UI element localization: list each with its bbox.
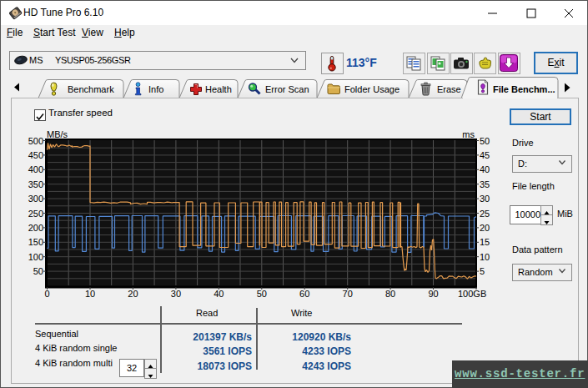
svg-text:90: 90	[428, 289, 438, 299]
svg-text:70: 70	[343, 289, 353, 299]
svg-text:15: 15	[480, 237, 490, 247]
svg-text:0: 0	[44, 289, 49, 299]
svg-text:ms: ms	[462, 129, 475, 139]
svg-text:30: 30	[171, 289, 181, 299]
svg-text:5: 5	[480, 266, 485, 276]
svg-text:300: 300	[28, 194, 43, 204]
svg-text:45: 45	[480, 150, 490, 160]
svg-text:450: 450	[28, 150, 43, 160]
svg-text:400: 400	[28, 164, 43, 174]
svg-text:10: 10	[480, 252, 490, 262]
svg-text:150: 150	[28, 237, 43, 247]
svg-text:40: 40	[480, 164, 490, 174]
svg-text:100: 100	[28, 252, 43, 262]
svg-text:50: 50	[33, 266, 43, 276]
svg-text:50: 50	[257, 289, 267, 299]
svg-text:200: 200	[28, 223, 43, 233]
svg-text:20: 20	[128, 289, 138, 299]
svg-text:50: 50	[480, 136, 490, 146]
svg-text:20: 20	[480, 223, 490, 233]
svg-text:30: 30	[480, 194, 490, 204]
svg-text:10: 10	[85, 289, 95, 299]
svg-text:25: 25	[480, 209, 490, 219]
svg-text:80: 80	[385, 289, 395, 299]
svg-text:100GB: 100GB	[458, 289, 486, 299]
svg-text:350: 350	[28, 179, 43, 189]
svg-text:60: 60	[299, 289, 309, 299]
svg-text:MB/s: MB/s	[47, 129, 68, 139]
svg-text:250: 250	[28, 209, 43, 219]
svg-text:40: 40	[214, 289, 224, 299]
svg-text:35: 35	[480, 179, 490, 189]
svg-text:500: 500	[28, 136, 43, 146]
